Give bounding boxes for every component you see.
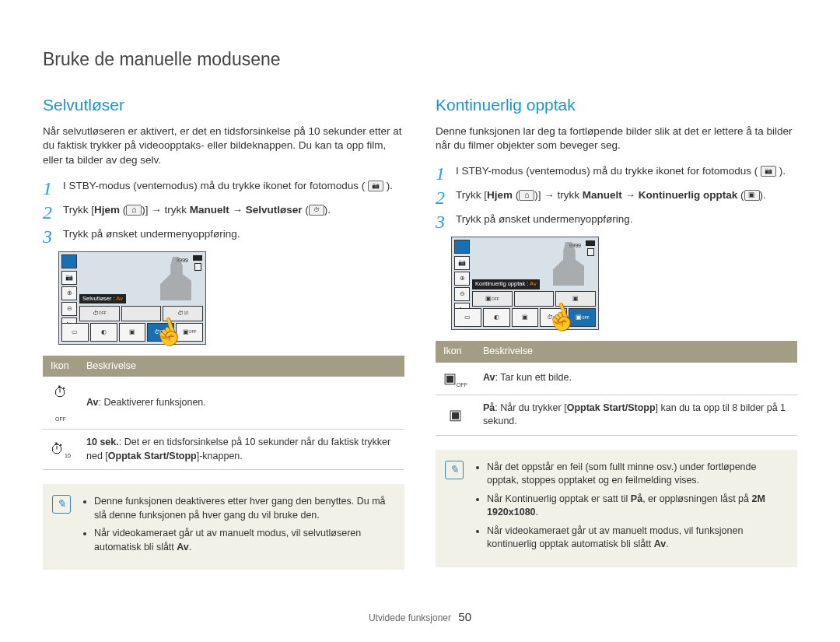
note-box-right: ✎ Når det oppstår en feil (som fullt min… — [436, 450, 797, 567]
steps-left: 1 I STBY-modus (ventemodus) må du trykke… — [43, 179, 404, 242]
zoom-out-icon: ⊖ — [61, 302, 77, 316]
table-row: ▣OFF Av: Tar kun ett bilde. — [436, 363, 797, 395]
bottom-bar: ▭ ◐ ▣ ⏱OFF ▣OFF — [454, 308, 596, 327]
page-footer: Utvidede funksjoner 50 — [0, 609, 840, 625]
icon-off: ⏱OFF — [43, 377, 79, 429]
intro-left: Når selvutløseren er aktivert, er det en… — [43, 125, 404, 169]
camera-screen-right: 9999 📷 ⊕ ⊖ ▶ Kontinuerlig opptak : Av ▣O… — [451, 237, 599, 330]
step-text-end: ). — [387, 180, 393, 191]
overlay-label: Kontinuerlig opptak : Av — [472, 279, 540, 289]
step-text: I STBY-modus (ventemodus) må du trykke i… — [63, 180, 365, 191]
icon-table-right: Ikon Beskrivelse ▣OFF Av: Tar kun ett bi… — [436, 341, 797, 436]
note-icon: ✎ — [52, 495, 71, 514]
th-desc: Beskrivelse — [475, 341, 797, 363]
timer-button-active: ⏱OFF — [147, 323, 174, 342]
option-row: ⏱OFF ⏱10 — [79, 306, 203, 321]
option-row: ▣OFF ▣ — [472, 291, 596, 307]
th-desc: Beskrivelse — [79, 356, 404, 377]
option-off: ⏱OFF — [79, 306, 120, 321]
note-list: Når det oppstår en feil (som fullt minne… — [473, 461, 785, 556]
page-title: Bruke de manuelle modusene — [43, 47, 797, 72]
home-icon — [126, 205, 142, 216]
burst-button-active: ▣OFF — [569, 308, 596, 327]
icon-table-left: Ikon Beskrivelse ⏱OFF Av: Deaktiverer fu… — [43, 356, 404, 470]
zoom-out-icon: ⊖ — [454, 287, 470, 301]
option-placeholder — [514, 291, 555, 307]
step-number: 1 — [43, 176, 52, 202]
heading-selvutloser: Selvutløser — [43, 93, 404, 116]
footer-section: Utvidede funksjoner — [369, 612, 451, 623]
button-2: ◐ — [90, 323, 117, 342]
step-1: 1 I STBY-modus (ventemodus) må du trykke… — [436, 164, 797, 179]
intro-right: Denne funksjonen lar deg ta fortløpende … — [436, 125, 797, 154]
table-row: ▣ På: Når du trykker [Opptak Start/Stopp… — [436, 395, 797, 435]
note-icon: ✎ — [445, 461, 464, 479]
step-3: 3 Trykk på ønsket undermenyoppføring. — [436, 212, 797, 227]
note-box-left: ✎ Denne funksjonen deaktiveres etter hve… — [43, 484, 404, 570]
option-placeholder — [121, 306, 162, 321]
option-on: ▣ — [555, 291, 596, 307]
note-item: Når Kontinuerlig opptak er satt til På, … — [487, 493, 785, 520]
desc-cell: 10 sek.: Det er en tidsforsinkelse på 10… — [79, 430, 404, 470]
timer-off-icon — [309, 205, 324, 216]
zoom-in-icon: ⊕ — [61, 286, 77, 300]
sdcard-icon — [587, 248, 594, 256]
home-icon — [519, 190, 534, 201]
button-3: ▣ — [512, 308, 539, 327]
desc-cell: Av: Tar kun ett bilde. — [475, 363, 797, 395]
battery-icon — [193, 255, 202, 261]
note-item: Når videokameraet går ut av manuelt modu… — [94, 527, 392, 554]
overlay-label: Selvutløser : Av — [79, 294, 126, 304]
sdcard-icon — [194, 263, 201, 271]
right-column: Kontinuerlig opptak Denne funksjonen lar… — [436, 93, 797, 570]
mode-icon — [454, 240, 470, 254]
icon-10s: ⏱10 — [43, 430, 79, 470]
note-list: Denne funksjonen deaktiveres etter hver … — [80, 495, 392, 559]
option-10s: ⏱10 — [163, 306, 203, 321]
menu-button: ▭ — [61, 323, 89, 342]
button-2: ◐ — [483, 308, 510, 327]
step-number: 2 — [436, 185, 445, 212]
table-row: ⏱OFF Av: Deaktiverer funksjonen. — [43, 377, 404, 429]
camera-screen-left: 9999 📷 ⊕ ⊖ ▶ Selvutløser : Av ⏱OFF ⏱10 — [58, 251, 206, 345]
battery-icon — [586, 240, 595, 246]
mode-icon — [61, 254, 77, 268]
table-header-row: Ikon Beskrivelse — [436, 341, 797, 363]
steps-right: 1 I STBY-modus (ventemodus) må du trykke… — [436, 164, 797, 227]
step-number: 1 — [436, 161, 445, 188]
option-off: ▣OFF — [472, 291, 513, 307]
icon-on: ▣ — [436, 395, 475, 435]
heading-kontinuerlig: Kontinuerlig opptak — [436, 93, 797, 116]
timer-button: ⏱OFF — [540, 308, 567, 327]
desc-cell: Av: Deaktiverer funksjonen. — [79, 377, 404, 429]
zoom-in-icon: ⊕ — [454, 272, 470, 286]
left-column: Selvutløser Når selvutløseren er aktiver… — [43, 93, 404, 570]
step-number: 3 — [436, 209, 445, 236]
camera-icon — [368, 181, 383, 191]
note-item: Når det oppstår en feil (som fullt minne… — [487, 461, 785, 488]
page-number: 50 — [458, 610, 471, 623]
th-icon: Ikon — [436, 341, 475, 363]
step-text: Trykk på ønsket undermenyoppføring. — [63, 228, 240, 240]
step-2: 2 Trykk [Hjem ()] → trykk Manuelt → Selv… — [43, 203, 404, 218]
bottom-bar: ▭ ◐ ▣ ⏱OFF ▣OFF — [61, 323, 203, 342]
desc-cell: På: Når du trykker [Opptak Start/Stopp] … — [475, 395, 797, 435]
manual-page: Bruke de manuelle modusene Selvutløser N… — [0, 0, 840, 585]
th-icon: Ikon — [43, 356, 79, 377]
step-number: 3 — [43, 224, 52, 251]
button-3: ▣ — [119, 323, 146, 342]
icon-off: ▣OFF — [436, 363, 475, 395]
step-2: 2 Trykk [Hjem ()] → trykk Manuelt → Kont… — [436, 188, 797, 203]
photo-mode-icon: 📷 — [61, 271, 77, 285]
burst-button: ▣OFF — [176, 323, 203, 342]
table-row: ⏱10 10 sek.: Det er en tidsforsinkelse p… — [43, 430, 404, 470]
two-column-layout: Selvutløser Når selvutløseren er aktiver… — [43, 93, 797, 570]
camera-icon — [761, 166, 776, 177]
menu-button: ▭ — [454, 308, 481, 327]
photo-mode-icon: 📷 — [454, 256, 470, 270]
note-item: Denne funksjonen deaktiveres etter hver … — [94, 495, 392, 522]
step-3: 3 Trykk på ønsket undermenyoppføring. — [43, 227, 404, 242]
continuous-icon — [744, 190, 760, 201]
note-item: Når videokameraet går ut av manuelt modu… — [487, 524, 785, 552]
step-number: 2 — [43, 200, 52, 226]
